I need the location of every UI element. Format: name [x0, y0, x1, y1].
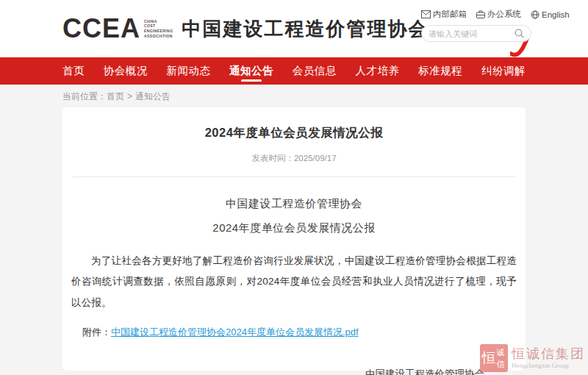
watermark-name-cn: 恒诚信集团 — [512, 346, 585, 362]
title-divider — [73, 176, 515, 177]
breadcrumb: 当前位置：首页>通知公告 — [62, 90, 526, 103]
breadcrumb-label: 当前位置： — [62, 91, 107, 101]
office-system-link[interactable]: 办公系统 — [476, 9, 521, 20]
nav-item-training[interactable]: 人才培养 — [356, 57, 400, 85]
english-link[interactable]: English — [531, 9, 570, 20]
nav-item-disputes[interactable]: 纠纷调解 — [481, 57, 526, 85]
nav-item-notices[interactable]: 通知公告 — [229, 57, 273, 85]
hengchengxin-seal-icon: 恒 诚 信 — [480, 344, 508, 372]
hengchengxin-watermark: 恒 诚 信 恒诚信集团 Hengchengxin Group — [480, 344, 585, 372]
watermark-name-en: Hengchengxin Group — [512, 362, 585, 369]
search-icon[interactable] — [514, 29, 524, 38]
attachment-pdf-link[interactable]: 中国建设工程造价管理协会2024年度单位会员发展情况.pdf — [111, 326, 359, 338]
office-system-label: 办公系统 — [487, 9, 521, 20]
site-header: CCEA CHINA COST ENGINEERING ASSOCIATION … — [0, 0, 588, 57]
mail-icon — [421, 10, 431, 18]
publish-date-label: 发表时间： — [251, 154, 294, 162]
document-heading-org: 中国建设工程造价管理协会 — [62, 197, 526, 211]
attachment-row: 附件：中国建设工程造价管理协会2024年度单位会员发展情况.pdf — [82, 326, 517, 339]
search-box — [421, 25, 531, 42]
watermark-text: 恒诚信集团 Hengchengxin Group — [512, 346, 585, 369]
english-label: English — [542, 10, 570, 19]
internal-mail-link[interactable]: 内部邮箱 — [421, 9, 467, 20]
quick-links: 内部邮箱 办公系统 English — [421, 9, 531, 20]
internal-mail-label: 内部邮箱 — [433, 9, 467, 20]
attachment-label: 附件： — [82, 326, 111, 338]
briefcase-icon — [476, 10, 485, 18]
ccea-logo[interactable]: CCEA CHINA COST ENGINEERING ASSOCIATION — [62, 15, 173, 42]
seal-char: 恒 — [482, 346, 495, 370]
site-title: 中国建设工程造价管理协会 — [182, 16, 429, 42]
main-navigation: 首页 协会概况 新闻动态 通知公告 会员信息 人才培养 标准规程 纠纷调解 — [0, 57, 588, 85]
document-heading-title: 2024年度单位会员发展情况公报 — [62, 221, 526, 235]
search-input[interactable] — [429, 29, 514, 38]
nav-item-about[interactable]: 协会概况 — [104, 57, 148, 85]
article-card: 2024年度单位会员发展情况公报 发表时间：2025/09/17 中国建设工程造… — [62, 107, 526, 371]
header-utilities: 内部邮箱 办公系统 English — [421, 9, 531, 42]
nav-item-members[interactable]: 会员信息 — [293, 57, 337, 85]
ccea-logo-text: CCEA — [62, 15, 140, 42]
ccea-logo-subtext: CHINA COST ENGINEERING ASSOCIATION — [144, 19, 173, 39]
article-signature: 中国建设工程造价管理协会 2025年9月17日 — [365, 364, 484, 375]
publish-date-value: 2025/09/17 — [294, 154, 337, 162]
breadcrumb-current: 通知公告 — [135, 91, 171, 101]
seal-char: 诚 — [495, 346, 506, 358]
seal-char: 信 — [495, 358, 506, 370]
nav-item-news[interactable]: 新闻动态 — [166, 57, 210, 85]
article-publish-date: 发表时间：2025/09/17 — [62, 153, 526, 164]
article-paragraph: 为了让社会各方更好地了解工程造价咨询行业发展状况，中国建设工程造价管理协会根据工… — [71, 251, 517, 313]
globe-icon — [531, 10, 539, 19]
signature-org: 中国建设工程造价管理协会 — [365, 364, 484, 375]
nav-item-standards[interactable]: 标准规程 — [418, 57, 462, 85]
article-title: 2024年度单位会员发展情况公报 — [62, 125, 526, 141]
breadcrumb-home-link[interactable]: 首页 — [107, 91, 124, 101]
nav-item-home[interactable]: 首页 — [62, 57, 85, 85]
breadcrumb-separator: > — [127, 91, 132, 101]
